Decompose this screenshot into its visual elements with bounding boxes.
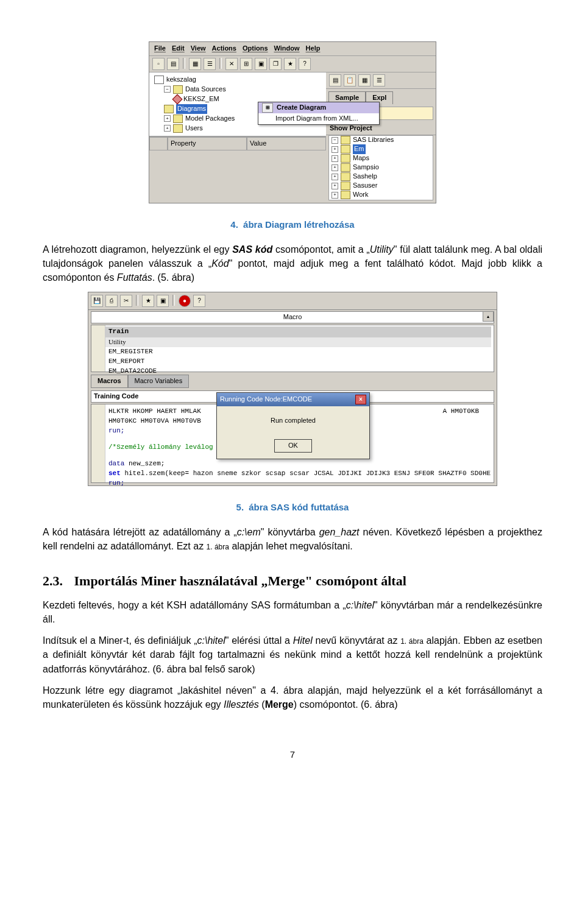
property-pane: Property Value	[149, 136, 326, 168]
paragraph-5: Hozzunk létre egy diagramot „lakáshitel …	[43, 683, 542, 711]
close-icon[interactable]: ×	[355, 395, 366, 404]
library-icon	[341, 182, 350, 190]
context-item-label: Create Diagram	[277, 103, 326, 113]
figure-2: 💾 ⎙ ✂ ★ ▣ ● ? Macro ▴ Train Utility EM_R…	[43, 292, 542, 486]
lib-sashelp[interactable]: +Sashelp	[329, 172, 433, 182]
expand-icon[interactable]: +	[164, 125, 171, 132]
dialog-titlebar: Running Code Node:EMCODE ×	[217, 393, 369, 406]
tb-stop-icon[interactable]: ●	[179, 295, 191, 307]
macro-em-register[interactable]: EM_REGISTER	[108, 347, 491, 357]
code-toolbar: 💾 ⎙ ✂ ★ ▣ ● ?	[88, 292, 497, 310]
train-group: Train	[91, 326, 491, 337]
tb-new-icon[interactable]: ▫	[152, 58, 165, 70]
figure-1: File Edit View Actions Options Window He…	[43, 41, 542, 203]
expand-icon[interactable]: +	[164, 115, 171, 122]
expand-icon[interactable]: +	[332, 192, 338, 199]
folder-icon	[173, 124, 183, 133]
tree-data-sources[interactable]: − Data Sources	[154, 85, 324, 94]
context-create-diagram[interactable]: ⊞ Create Diagram	[258, 102, 379, 113]
paragraph-1: A létrehozott diagramon, helyezzünk el e…	[43, 242, 542, 285]
tb-help-icon[interactable]: ?	[193, 295, 205, 307]
tree-item-label: KEKSZ_EM	[183, 94, 219, 104]
tb-report-icon[interactable]: ▣	[255, 58, 267, 70]
tree-root[interactable]: kekszalag	[154, 75, 324, 85]
library-icon	[341, 172, 350, 181]
utility-group[interactable]: Utility	[94, 337, 491, 347]
macro-header: Macro ▴	[91, 311, 494, 323]
lib-em[interactable]: +Em	[329, 145, 433, 154]
tb-separator	[172, 295, 175, 306]
tb-separator	[136, 295, 138, 306]
lib-header[interactable]: − SAS Libraries	[329, 136, 433, 145]
tb-cut-icon[interactable]: ✂	[120, 295, 132, 307]
screenshot-run-code: 💾 ⎙ ✂ ★ ▣ ● ? Macro ▴ Train Utility EM_R…	[88, 292, 497, 486]
right-pane: ▤ 📋 ▦ ☰ Sample Expl Explorer Show Projec…	[326, 72, 436, 203]
rt-icon-2[interactable]: 📋	[344, 74, 356, 86]
page-number: 7	[43, 748, 542, 761]
menu-window[interactable]: Window	[274, 44, 300, 54]
macro-list: Train Utility EM_REGISTER EM_REPORT EM_D…	[91, 325, 494, 372]
tb-open-icon[interactable]: ▤	[167, 58, 179, 70]
tb-print-icon[interactable]: ⎙	[105, 295, 118, 307]
rt-icon-1[interactable]: ▤	[329, 74, 341, 86]
lib-label: Sasuser	[353, 181, 377, 191]
rt-icon-4[interactable]: ☰	[373, 74, 385, 86]
caption-text: ábra SAS kód futtatása	[249, 502, 349, 512]
tb-delete-icon[interactable]: ✕	[225, 58, 238, 70]
tb-run-icon[interactable]: ★	[284, 58, 296, 70]
ok-button[interactable]: OK	[274, 439, 312, 453]
tb-separator	[183, 58, 185, 69]
lib-label: Sashelp	[353, 172, 377, 182]
scroll-up-icon[interactable]: ▴	[483, 311, 494, 322]
lib-label: Work	[353, 190, 368, 200]
menu-actions[interactable]: Actions	[212, 44, 236, 54]
folder-icon	[173, 115, 183, 123]
context-import-xml[interactable]: Import Diagram from XML...	[258, 113, 379, 124]
macro-em-report[interactable]: EM_REPORT	[108, 357, 491, 367]
tb-help-icon[interactable]: ?	[299, 58, 311, 70]
folder-icon	[341, 136, 350, 144]
menu-edit[interactable]: Edit	[172, 44, 185, 54]
rt-icon-3[interactable]: ▦	[358, 74, 370, 86]
tb-results-icon[interactable]: ▣	[157, 295, 169, 307]
expand-icon[interactable]: +	[332, 164, 338, 171]
sas-libraries-list: − SAS Libraries +Em +Maps +Sampsio +Sash…	[328, 135, 433, 200]
tb-save-icon[interactable]: 💾	[91, 295, 103, 307]
expand-icon[interactable]: +	[332, 174, 338, 180]
library-icon	[341, 145, 350, 153]
menubar: File Edit View Actions Options Window He…	[149, 42, 436, 56]
lib-label: Em	[353, 144, 366, 154]
caption-text: ábra Diagram létrehozása	[243, 219, 355, 230]
collapse-icon[interactable]: −	[164, 86, 171, 93]
menu-options[interactable]: Options	[243, 44, 268, 54]
menu-file[interactable]: File	[154, 44, 166, 54]
tb-run-icon[interactable]: ★	[142, 295, 154, 307]
tb-grid-icon[interactable]: ▦	[189, 58, 201, 70]
tb-copy-icon[interactable]: ❐	[269, 58, 282, 70]
tree-users[interactable]: + Users	[154, 124, 324, 133]
main-toolbar: ▫ ▤ ▦ ☰ ✕ ⊞ ▣ ❐ ★ ?	[149, 56, 436, 72]
expand-icon[interactable]: +	[332, 146, 338, 153]
library-icon	[341, 163, 350, 172]
dialog-message: Run completed	[217, 406, 369, 436]
prop-header-blank	[149, 137, 168, 150]
gutter	[91, 404, 105, 482]
lib-maps[interactable]: +Maps	[329, 154, 433, 163]
tb-node-icon[interactable]: ⊞	[240, 58, 252, 70]
macro-em-data2code[interactable]: EM_DATA2CODE	[108, 367, 491, 376]
folder-icon	[164, 105, 174, 113]
expand-icon[interactable]: +	[332, 183, 338, 189]
tb-util-icon[interactable]: ☰	[204, 58, 216, 70]
tab-macro-variables[interactable]: Macro Variables	[128, 375, 190, 388]
library-icon	[341, 154, 350, 163]
menu-view[interactable]: View	[191, 44, 206, 54]
lib-sampsio[interactable]: +Sampsio	[329, 163, 433, 172]
expand-icon[interactable]: +	[332, 155, 338, 162]
paragraph-4: Indítsuk el a Miner-t, és definiáljuk „c…	[43, 633, 542, 676]
lib-sasuser[interactable]: +Sasuser	[329, 182, 433, 191]
collapse-icon[interactable]: −	[332, 137, 338, 144]
caption-figure-2: 5. ábra SAS kód futtatása	[43, 501, 542, 514]
lib-work[interactable]: +Work	[329, 191, 433, 200]
tab-macros[interactable]: Macros	[91, 375, 128, 388]
menu-help[interactable]: Help	[306, 44, 321, 54]
